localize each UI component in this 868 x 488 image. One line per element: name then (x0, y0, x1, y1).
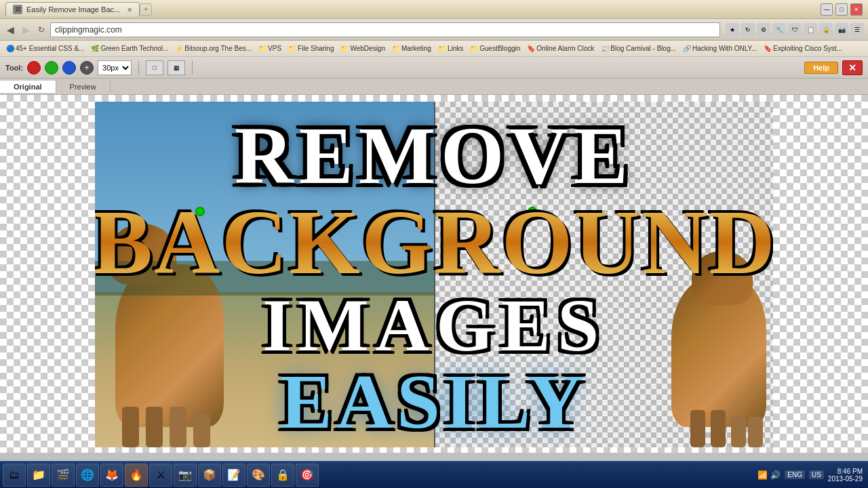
taskbar-icon-lock[interactable]: 🔒 (271, 464, 294, 487)
system-tray: 📶 🔊 (757, 470, 781, 480)
separator-1 (138, 61, 139, 75)
close-window-button[interactable]: ✕ (850, 3, 863, 16)
refresh-icon[interactable]: ↻ (741, 23, 755, 37)
view-tabs: Original Preview (0, 79, 868, 95)
taskbar-right: 📶 🔊 ENG US 8:46 PM 2013-05-29 (752, 468, 868, 483)
app-toolbar: Tool: + 30px □ ▦ Help ✕ (0, 57, 868, 79)
original-image-panel (95, 102, 434, 447)
bookmark-filesharing[interactable]: 📁 File Sharing (286, 44, 336, 53)
taskbar-icon-folder[interactable]: 📁 (27, 464, 50, 487)
preview-image-panel (434, 102, 773, 447)
clock-date: 2013-05-29 (828, 475, 863, 483)
addon1-icon[interactable]: 🔧 (772, 23, 786, 37)
language-badge: ENG (785, 470, 805, 479)
bookmark-guestblog[interactable]: 📁 GuestBloggin (468, 44, 522, 53)
taskbar-icon-color[interactable]: 🎨 (247, 464, 270, 487)
minimize-button[interactable]: — (821, 3, 833, 16)
taskbar-icon-firefox[interactable]: 🦊 (100, 464, 123, 487)
region-badge: US (809, 470, 824, 479)
taskbar-icon-game1[interactable]: ⚔ (149, 464, 172, 487)
bookmark-hacking[interactable]: 🔗 Hacking With ONLY... (681, 44, 759, 53)
view-original-button[interactable]: □ (146, 60, 163, 75)
close-tool-button[interactable]: ✕ (842, 60, 863, 75)
bookmark-links[interactable]: 📁 Links (436, 44, 465, 53)
window-controls: — □ ✕ (821, 3, 863, 16)
marker-dot-left (195, 207, 205, 216)
tab-title: Easily Remove Image Bac... (26, 5, 120, 14)
bookmark-0[interactable]: 🔵 45+ Essential CSS &... (4, 44, 86, 53)
forward-button[interactable]: ▶ (20, 23, 33, 37)
split-divider (434, 102, 435, 447)
clock-time: 8:46 PM (828, 468, 863, 475)
taskbar-icon-photoshop[interactable]: 📷 (174, 464, 197, 487)
tool-red-button[interactable] (27, 61, 41, 75)
clock-area: 8:46 PM 2013-05-29 (828, 468, 863, 483)
menu-icon[interactable]: ☰ (850, 23, 864, 37)
separator-2 (192, 61, 193, 75)
bookmark-vps[interactable]: 📁 VPS (256, 44, 283, 53)
image-container[interactable]: REMOVE BACKGROUND IMAGES EASILY (95, 102, 773, 447)
bookmark-2[interactable]: ⚡ Bitsoup.org The Bes... (173, 44, 254, 53)
refresh-button[interactable]: ↻ (35, 24, 47, 36)
help-button[interactable]: Help (804, 62, 838, 74)
taskbar-icon-archive[interactable]: 📦 (198, 464, 221, 487)
bookmark-1[interactable]: 🌿 Green Earth Technol... (89, 44, 170, 53)
maximize-button[interactable]: □ (835, 3, 848, 16)
bookmarks-bar: 🔵 45+ Essential CSS &... 🌿 Green Earth T… (0, 41, 868, 57)
taskbar-icon-media[interactable]: 🎬 (52, 464, 75, 487)
taskbar-icon-paint[interactable]: 🔥 (125, 464, 148, 487)
view-split-button[interactable]: ▦ (167, 60, 185, 75)
tab-preview[interactable]: Preview (56, 81, 111, 93)
tools-icon[interactable]: ⚙ (757, 23, 770, 37)
tool-label: Tool: (5, 64, 23, 72)
tab-original[interactable]: Original (0, 81, 56, 93)
addon2-icon[interactable]: 🛡 (788, 23, 802, 37)
volume-icon: 🔊 (770, 470, 781, 480)
bookmark-cisco[interactable]: 🔖 Exploiting Cisco Syst... (762, 44, 844, 53)
bookmark-webdesign[interactable]: 📁 WebDesign (338, 44, 387, 53)
bookmark-alarm[interactable]: 🔖 Online Alarm Clock (525, 44, 596, 53)
back-button[interactable]: ◀ (4, 23, 17, 37)
taskbar-icon-files[interactable]: 🗂 (3, 464, 26, 487)
taskbar-icon-word[interactable]: 📝 (222, 464, 245, 487)
browser-tab[interactable]: 🖼 Easily Remove Image Bac... ✕ (5, 2, 140, 16)
network-icon: 📶 (757, 470, 768, 480)
taskbar: 🗂 📁 🎬 🌐 🦊 🔥 ⚔ 📷 📦 📝 🎨 🔒 🎯 📶 🔊 ENG US 8:4… (0, 461, 868, 488)
tool-green-button[interactable] (45, 61, 58, 75)
tool-blue-button[interactable] (62, 61, 76, 75)
tab-favicon: 🖼 (13, 5, 22, 14)
tab-close-btn[interactable]: ✕ (127, 6, 132, 14)
bookmark-blogcarnival[interactable]: 📰 Blog Carnival - Blog... (599, 44, 678, 53)
addon3-icon[interactable]: 📋 (804, 23, 817, 37)
taskbar-icons: 🗂 📁 🎬 🌐 🦊 🔥 ⚔ 📷 📦 📝 🎨 🔒 🎯 (0, 464, 752, 487)
addon5-icon[interactable]: 📷 (835, 23, 848, 37)
bookmark-marketing[interactable]: 📁 Marketing (390, 44, 433, 53)
taskbar-icon-browser[interactable]: 🌐 (76, 464, 99, 487)
brush-size-select[interactable]: 30px (98, 60, 132, 75)
addon4-icon[interactable]: 🔒 (819, 23, 833, 37)
nav-bar: ◀ ▶ ↻ clippingmagic.com ★ ↻ ⚙ 🔧 🛡 📋 🔒 📷 … (0, 19, 868, 41)
url-text: clippingmagic.com (55, 25, 122, 35)
tool-plus-button[interactable]: + (80, 61, 94, 75)
title-bar: 🖼 Easily Remove Image Bac... ✕ + — □ ✕ (0, 0, 868, 19)
marker-dot-right (528, 207, 537, 216)
address-bar[interactable]: clippingmagic.com (50, 22, 720, 37)
canvas-area: REMOVE BACKGROUND IMAGES EASILY (0, 95, 868, 453)
new-tab-button[interactable]: + (140, 3, 152, 16)
nav-right-icons: ★ ↻ ⚙ 🔧 🛡 📋 🔒 📷 ☰ (726, 23, 864, 37)
taskbar-icon-game2[interactable]: 🎯 (296, 464, 319, 487)
star-icon[interactable]: ★ (726, 23, 739, 37)
